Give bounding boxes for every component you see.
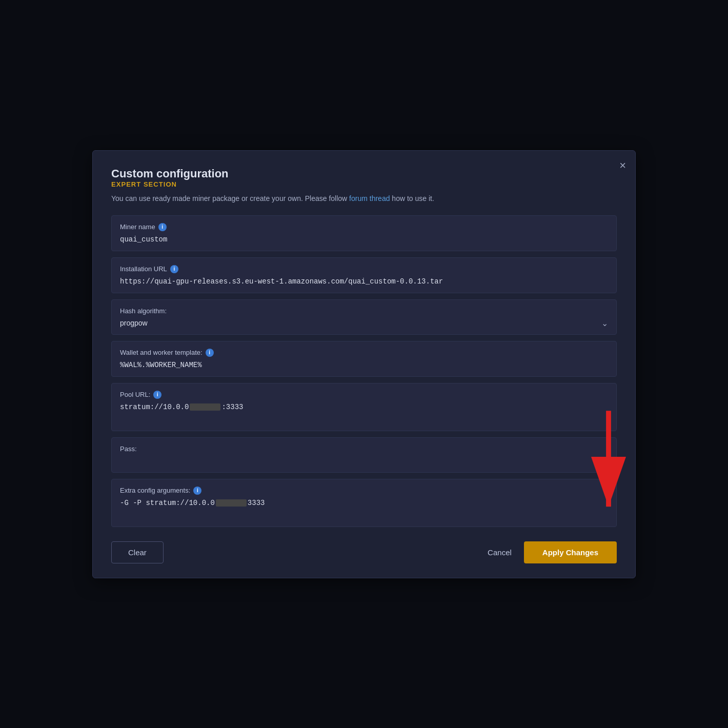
description-suffix: how to use it.	[390, 194, 434, 203]
modal-overlay: Custom configuration × EXPERT SECTION Yo…	[0, 0, 728, 728]
modal-dialog: Custom configuration × EXPERT SECTION Yo…	[92, 150, 636, 578]
footer-right-actions: Cancel Apply Changes	[488, 541, 617, 563]
installation-url-value: https://quai-gpu-releases.s3.eu-west-1.a…	[120, 277, 608, 286]
section-title: EXPERT SECTION	[111, 180, 617, 188]
hash-algorithm-field: Hash algorithm: progpow ⌄	[111, 299, 617, 335]
extra-config-redacted	[216, 499, 247, 507]
extra-config-info-icon[interactable]: i	[193, 487, 201, 495]
miner-name-value: quai_custom	[120, 235, 608, 244]
installation-url-info-icon[interactable]: i	[170, 265, 178, 273]
wallet-worker-field: Wallet and worker template: i %WAL%.%WOR…	[111, 341, 617, 377]
miner-name-info-icon[interactable]: i	[158, 223, 167, 231]
hash-algorithm-select-wrapper[interactable]: progpow ⌄	[120, 319, 608, 327]
wallet-worker-value: %WAL%.%WORKER_NAME%	[120, 361, 608, 369]
cancel-button[interactable]: Cancel	[488, 548, 512, 557]
extra-config-prefix: -G -P stratum://10.0.0	[120, 499, 215, 507]
pass-value	[120, 457, 608, 465]
wallet-worker-info-icon[interactable]: i	[206, 349, 214, 357]
modal-title: Custom configuration	[111, 167, 229, 180]
pass-label: Pass:	[120, 445, 608, 453]
pool-url-label: Pool URL: i	[120, 391, 608, 399]
forum-link[interactable]: forum thread	[349, 194, 390, 203]
installation-url-field: Installation URL i https://quai-gpu-rele…	[111, 257, 617, 293]
pass-field: Pass:	[111, 437, 617, 473]
installation-url-label: Installation URL i	[120, 265, 608, 273]
description: You can use ready made miner package or …	[111, 193, 617, 204]
pool-url-info-icon[interactable]: i	[153, 391, 161, 399]
extra-config-suffix: 3333	[248, 499, 265, 507]
modal-body: EXPERT SECTION You can use ready made mi…	[111, 180, 617, 527]
extra-config-label: Extra config arguments: i	[120, 487, 608, 495]
wallet-worker-label: Wallet and worker template: i	[120, 349, 608, 357]
description-text: You can use ready made miner package or …	[111, 194, 349, 203]
pool-url-field: Pool URL: i stratum://10.0.0:3333	[111, 383, 617, 431]
pool-url-suffix: :3333	[221, 403, 243, 411]
modal-footer: Clear Cancel Apply Changes	[111, 538, 617, 563]
pool-url-redacted	[190, 403, 220, 411]
hash-algorithm-value: progpow	[120, 319, 608, 327]
pool-url-value: stratum://10.0.0:3333	[120, 403, 608, 423]
miner-name-field: Miner name i quai_custom	[111, 215, 617, 251]
chevron-down-icon: ⌄	[601, 318, 608, 328]
extra-config-field: Extra config arguments: i -G -P stratum:…	[111, 479, 617, 527]
pool-url-prefix: stratum://10.0.0	[120, 403, 189, 411]
extra-config-value: -G -P stratum://10.0.03333	[120, 499, 608, 519]
miner-name-label: Miner name i	[120, 223, 608, 231]
apply-changes-button[interactable]: Apply Changes	[524, 541, 617, 563]
hash-algorithm-label: Hash algorithm:	[120, 307, 608, 315]
clear-button[interactable]: Clear	[111, 541, 164, 563]
close-button[interactable]: ×	[619, 160, 626, 171]
